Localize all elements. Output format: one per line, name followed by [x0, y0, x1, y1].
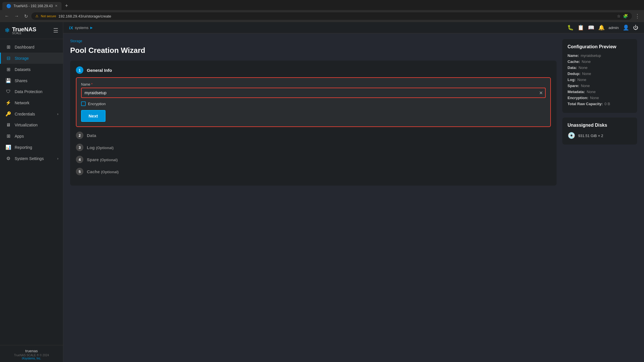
- system-settings-icon: ⚙: [5, 156, 11, 161]
- next-button[interactable]: Next: [81, 110, 106, 122]
- chevron-right-icon: ›: [57, 112, 58, 116]
- bell-icon-btn[interactable]: 🔔: [598, 24, 605, 31]
- sidebar-item-label: Data Protection: [15, 89, 43, 94]
- sidebar-item-label: Virtualization: [15, 123, 38, 127]
- config-name-row: Name: myraidsetup: [568, 53, 632, 58]
- sidebar-item-label: Datasets: [15, 67, 30, 72]
- power-button[interactable]: ⏻: [633, 25, 638, 31]
- sidebar-item-dashboard[interactable]: ⊞ Dashboard: [0, 41, 63, 53]
- sidebar-item-label: Storage: [15, 56, 29, 61]
- hamburger-button[interactable]: ☰: [53, 27, 58, 34]
- config-name-value: myraidsetup: [581, 53, 601, 58]
- breadcrumb[interactable]: Storage: [70, 39, 557, 43]
- sidebar-item-apps[interactable]: ⊞ Apps: [0, 130, 63, 142]
- sidebar-company-link[interactable]: iXsystems, Inc.: [5, 357, 58, 360]
- config-total-capacity-key: Total Raw Capacity:: [568, 102, 603, 106]
- sidebar: ❄ TrueNAS SCALE ☰ ⊞ Dashboard ⊟ Storage …: [0, 22, 63, 362]
- clipboard-icon-btn[interactable]: 📋: [578, 24, 584, 31]
- config-preview-title: Configuration Preview: [568, 44, 632, 49]
- admin-label: admin: [609, 26, 619, 30]
- config-spare-value: None: [581, 84, 590, 88]
- datasets-icon: ⊞: [5, 67, 11, 72]
- sidebar-item-label: Credentials: [15, 112, 35, 116]
- sidebar-item-network[interactable]: ⚡ Network: [0, 97, 63, 108]
- sidebar-item-datasets[interactable]: ⊞ Datasets: [0, 64, 63, 75]
- storage-icon: ⊟: [5, 55, 11, 61]
- back-button[interactable]: ←: [3, 12, 11, 20]
- sidebar-item-storage[interactable]: ⊟ Storage: [0, 53, 63, 64]
- unassigned-disks-panel: Unassigned Disks 💿 931.51 GiB × 2: [562, 118, 637, 145]
- systems-label: systems: [75, 26, 89, 30]
- sidebar-item-shares[interactable]: 💾 Shares: [0, 75, 63, 86]
- encryption-checkbox[interactable]: [81, 101, 86, 106]
- config-data-value: None: [579, 66, 588, 70]
- sidebar-item-system-settings[interactable]: ⚙ System Settings ›: [0, 153, 63, 164]
- step-5-circle: 5: [76, 168, 83, 175]
- sidebar-item-credentials[interactable]: 🔑 Credentials ›: [0, 108, 63, 120]
- name-form-group: Name * ✕: [81, 82, 546, 98]
- clear-input-icon[interactable]: ✕: [539, 90, 543, 96]
- ix-brand: iX: [69, 25, 73, 30]
- arrow-icon: ▶: [90, 26, 93, 30]
- address-text: 192.168.29.43/ui/storage/create: [58, 14, 615, 18]
- forward-button[interactable]: →: [13, 12, 21, 20]
- config-spare-row: Spare: None: [568, 84, 632, 88]
- wizard-step-4: 4 Spare (Optional): [76, 156, 551, 163]
- sidebar-item-data-protection[interactable]: 🛡 Data Protection: [0, 86, 63, 97]
- sidebar-item-reporting[interactable]: 📊 Reporting: [0, 142, 63, 153]
- brand-area: iX systems ▶: [69, 25, 93, 30]
- browser-toolbar: ← → ↻ ⚠ Not secure 192.168.29.43/ui/stor…: [0, 10, 644, 22]
- refresh-button[interactable]: ↻: [22, 12, 30, 20]
- browser-chrome: 🔵 TrueNAS - 192.168.29.43 ✕ + ← → ↻ ⚠ No…: [0, 0, 644, 22]
- name-label: Name *: [81, 82, 546, 86]
- bug-icon-btn[interactable]: 🐛: [567, 24, 574, 31]
- config-spare-key: Spare:: [568, 84, 579, 88]
- unassigned-disks-title: Unassigned Disks: [568, 123, 632, 128]
- star-icon[interactable]: ☆: [617, 14, 621, 18]
- address-bar[interactable]: ⚠ Not secure 192.168.29.43/ui/storage/cr…: [31, 12, 632, 20]
- step-5-optional: (Optional): [101, 170, 118, 174]
- sidebar-copyright: TrueNAS SCALE ® © 2024: [5, 354, 58, 357]
- security-label: Not secure: [41, 14, 56, 18]
- address-icons: ☆ 🧩: [617, 14, 628, 18]
- wizard-step-3: 3 Log (Optional): [76, 144, 551, 151]
- book-icon-btn[interactable]: 📖: [588, 24, 594, 31]
- active-tab[interactable]: 🔵 TrueNAS - 192.168.29.43 ✕: [2, 2, 62, 10]
- wizard-step-1: 1 General Info Name *: [76, 66, 551, 127]
- config-log-value: None: [577, 78, 586, 82]
- browser-tabs: 🔵 TrueNAS - 192.168.29.43 ✕ +: [0, 0, 644, 10]
- security-warning: ⚠: [35, 14, 39, 18]
- general-info-form: Name * ✕ Encryption: [76, 77, 551, 127]
- shares-icon: 💾: [5, 78, 11, 83]
- config-log-key: Log:: [568, 78, 576, 82]
- virtualization-icon: 🖥: [5, 122, 11, 128]
- dashboard-icon: ⊞: [5, 44, 11, 50]
- page-left: Storage Pool Creation Wizard 1 General I…: [70, 39, 557, 358]
- sidebar-item-virtualization[interactable]: 🖥 Virtualization: [0, 120, 63, 130]
- step-5-header: 5 Cache (Optional): [76, 168, 551, 175]
- apps-icon: ⊞: [5, 133, 11, 139]
- config-metadata-value: None: [587, 90, 596, 94]
- disk-item: 💿 931.51 GiB × 2: [568, 132, 632, 139]
- encryption-label: Encryption: [88, 102, 106, 106]
- step-2-header: 2 Data: [76, 132, 551, 139]
- config-metadata-row: Metadata: None: [568, 90, 632, 94]
- sidebar-item-label: Apps: [15, 134, 24, 138]
- name-input[interactable]: [82, 88, 545, 97]
- chevron-right-icon: ›: [57, 157, 58, 161]
- encryption-row: Encryption: [81, 101, 546, 106]
- sidebar-navigation: ⊞ Dashboard ⊟ Storage ⊞ Datasets 💾 Share…: [0, 39, 63, 345]
- extension-icon[interactable]: 🧩: [623, 14, 628, 18]
- data-protection-icon: 🛡: [5, 89, 11, 94]
- sidebar-item-label: Network: [15, 101, 29, 105]
- config-total-capacity-value: 0 B: [605, 102, 610, 106]
- new-tab-button[interactable]: +: [63, 2, 70, 10]
- user-account-btn[interactable]: 👤: [623, 24, 629, 31]
- configuration-preview-panel: Configuration Preview Name: myraidsetup …: [562, 39, 637, 113]
- sidebar-item-label: Reporting: [15, 145, 32, 150]
- tab-close-btn[interactable]: ✕: [55, 4, 57, 8]
- config-data-key: Data:: [568, 66, 577, 70]
- sidebar-logo: ❄ TrueNAS SCALE: [5, 26, 36, 35]
- browser-menu-button[interactable]: ⋮: [634, 12, 641, 20]
- step-4-title: Spare (Optional): [87, 157, 118, 162]
